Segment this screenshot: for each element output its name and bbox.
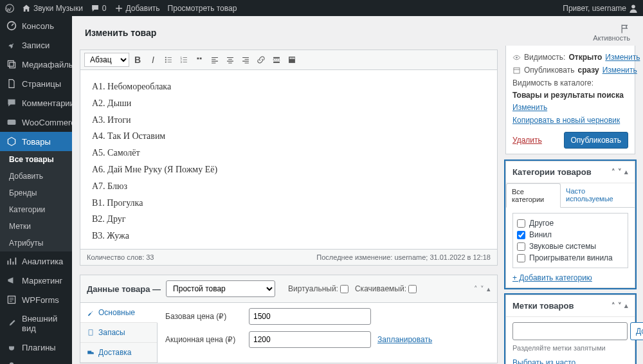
wp-logo[interactable] (5, 4, 14, 13)
numbered-list-button[interactable]: 123 (177, 53, 191, 67)
align-left-button[interactable] (208, 53, 222, 67)
align-center-button[interactable] (223, 53, 237, 67)
svg-rect-20 (290, 58, 291, 59)
add-category-link[interactable]: + Добавить категорию (512, 273, 592, 282)
panel-up-icon[interactable]: ˄ (611, 302, 615, 310)
menu-wpforms[interactable]: WPForms (0, 290, 72, 309)
activity-button[interactable]: Активность (593, 24, 630, 42)
add-new-link[interactable]: Добавить (114, 4, 160, 13)
format-select[interactable]: Абзац (84, 53, 129, 67)
choose-tags-link[interactable]: Выбрать из часто используемых меток (512, 358, 586, 364)
add-tag-button[interactable]: Добавить (630, 322, 643, 340)
track-line: A3. Итоги (92, 113, 485, 128)
category-checkbox[interactable] (517, 254, 525, 262)
avatar-icon (629, 4, 638, 13)
comment-count: 0 (102, 4, 107, 13)
bold-button[interactable]: B (131, 53, 145, 67)
analytics-icon (6, 256, 17, 266)
edit-visibility-link[interactable]: Изменить (605, 53, 640, 62)
user-greeting[interactable]: Привет, username (563, 4, 638, 13)
panel-down-icon[interactable]: ˅ (480, 285, 484, 293)
bullet-list-button[interactable] (161, 53, 176, 67)
cat-tab-all[interactable]: Все категории (506, 183, 561, 208)
virtual-checkbox[interactable]: Виртуальный: (288, 284, 349, 293)
menu-media[interactable]: Медиафайлы (0, 55, 72, 74)
product-type-select[interactable]: Простой товар (166, 280, 275, 297)
editor-footer: Количество слов: 33 Последнее изменение:… (80, 250, 498, 266)
menu-woocommerce[interactable]: WooCommerce (0, 113, 72, 132)
tag-input[interactable] (512, 322, 628, 340)
submenu-categories[interactable]: Категории (0, 201, 72, 218)
schedule-link[interactable]: Запланировать (377, 335, 432, 344)
copy-draft-link[interactable]: Копировать в новый черновик (512, 116, 620, 125)
menu-marketing[interactable]: Маркетинг (0, 271, 72, 290)
menu-dashboard[interactable]: Консоль (0, 16, 72, 35)
submenu-brands[interactable]: Бренды (0, 185, 72, 201)
track-line: B3. Жужа (92, 228, 485, 244)
comments-link[interactable]: 0 (91, 4, 107, 13)
svg-rect-18 (273, 62, 280, 63)
sale-price-input[interactable] (249, 331, 371, 348)
categories-title: Категории товаров (512, 167, 592, 177)
add-new-label: Добавить (126, 4, 160, 13)
category-item[interactable]: Другое (517, 217, 624, 229)
megaphone-icon (6, 275, 17, 286)
submenu-tags[interactable]: Метки (0, 218, 72, 235)
category-list: ДругоеВинилЗвуковые системыПроигрыватели… (512, 213, 628, 268)
panel-up-icon[interactable]: ˄ (611, 168, 615, 176)
menu-products[interactable]: Товары (0, 132, 72, 151)
tab-shipping[interactable]: Доставка (80, 343, 157, 363)
category-checkbox[interactable] (517, 231, 525, 239)
category-checkbox[interactable] (517, 242, 525, 251)
toolbar-toggle-button[interactable] (285, 53, 299, 67)
quote-button[interactable] (192, 53, 206, 67)
page-icon (6, 78, 17, 89)
submenu-add-product[interactable]: Добавить (0, 168, 72, 185)
products-submenu: Все товары Добавить Бренды Категории Мет… (0, 151, 72, 251)
tags-panel: Метки товаров ˄˅▴ Добавить Разделяйте ме… (505, 295, 635, 364)
svg-point-1 (631, 5, 635, 8)
pin-icon (6, 40, 17, 50)
category-checkbox[interactable] (517, 219, 525, 228)
panel-collapse-icon[interactable]: ▴ (624, 302, 628, 310)
menu-pages[interactable]: Страницы (0, 74, 72, 93)
category-item[interactable]: Проигрыватели винила (517, 252, 624, 264)
editor-content[interactable]: A1. НебомореоблакаA2. ДышиA3. ИтогиA4. Т… (80, 69, 498, 250)
more-button[interactable] (269, 53, 284, 67)
category-item[interactable]: Винил (517, 229, 624, 241)
site-home-link[interactable]: Звуки Музыки (22, 4, 83, 13)
menu-appearance[interactable]: Внешний вид (0, 309, 72, 338)
track-line: A4. Так И Оставим (92, 129, 485, 144)
panel-collapse-icon[interactable]: ▴ (487, 285, 491, 293)
svg-rect-21 (291, 58, 293, 59)
submenu-all-products[interactable]: Все товары (0, 151, 72, 168)
publish-button[interactable]: Опубликовать (564, 132, 628, 149)
panel-down-icon[interactable]: ˅ (618, 168, 622, 176)
svg-point-12 (165, 61, 167, 62)
panel-collapse-icon[interactable]: ▴ (624, 168, 628, 176)
category-item[interactable]: Звуковые системы (517, 241, 624, 252)
italic-button[interactable]: I (146, 53, 160, 67)
menu-posts[interactable]: Записи (0, 35, 72, 55)
panel-down-icon[interactable]: ˅ (618, 302, 622, 310)
cat-tab-used[interactable]: Часто используемые (561, 183, 635, 207)
menu-analytics[interactable]: Аналитика (0, 251, 72, 271)
align-right-button[interactable] (239, 53, 253, 67)
link-button[interactable] (254, 53, 268, 67)
edit-catalog-link[interactable]: Изменить (512, 103, 547, 112)
edit-publish-link[interactable]: Изменить (602, 66, 637, 75)
downloadable-checkbox[interactable]: Скачиваемый: (355, 284, 417, 293)
panel-up-icon[interactable]: ˄ (474, 285, 478, 293)
form-icon (6, 295, 17, 305)
menu-users[interactable]: Пользователи (0, 357, 72, 364)
delete-link[interactable]: Удалить (512, 136, 542, 145)
submenu-attributes[interactable]: Атрибуты (0, 235, 72, 251)
view-product-link[interactable]: Просмотреть товар (168, 4, 237, 13)
tab-general[interactable]: Основные (80, 303, 158, 323)
categories-panel: Категории товаров ˄˅▴ Все категории Част… (505, 161, 635, 288)
regular-price-input[interactable] (249, 308, 371, 325)
menu-comments[interactable]: Комментарии (0, 93, 72, 113)
tab-inventory[interactable]: Запасы (80, 323, 157, 343)
menu-plugins[interactable]: Плагины (0, 338, 72, 357)
wrench-icon (87, 309, 95, 316)
